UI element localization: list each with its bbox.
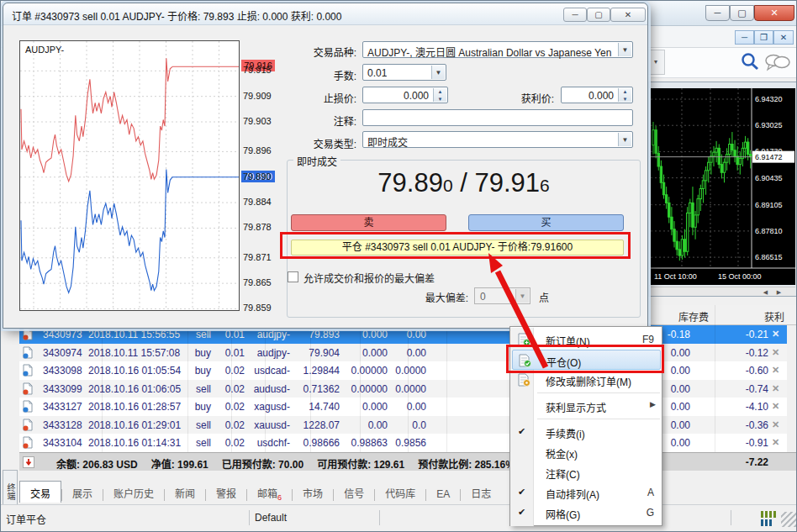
cell-price: 79.904 — [309, 347, 340, 359]
chart-horizontal-scrollbar[interactable]: ◀ ▶ — [651, 287, 795, 296]
status-separator — [379, 510, 380, 525]
order-type-label: 交易类型: — [277, 136, 356, 150]
cell-symbol: usdcad- — [254, 365, 290, 377]
close-order-x-button[interactable]: ✕ — [772, 365, 779, 376]
menu-item-平仓(O)[interactable]: 平仓(O) — [512, 350, 661, 370]
tick-axis-label: 79.915 — [243, 65, 272, 75]
tab-信号[interactable]: 信号 — [334, 482, 374, 503]
cell-lots: 0.01 — [225, 329, 245, 340]
close-order-x-button[interactable]: ✕ — [772, 437, 779, 448]
chart-restore-button[interactable]: ❐ — [754, 30, 773, 45]
menu-item-新订单(N)[interactable]: 新订单(N)F9 — [512, 329, 661, 350]
chart-close-button[interactable]: ✕ — [773, 30, 794, 45]
context-menu: 新订单(N)F9平仓(O)修改或删除订单(M)获利显示方式▶✔手续费(i)税金(… — [509, 326, 662, 526]
menu-item-自动排列(A)[interactable]: ✔自动排列(A)A — [512, 482, 661, 503]
chevron-down-icon[interactable]: ▼ — [431, 66, 445, 79]
tab-邮箱[interactable]: 邮箱6 — [247, 482, 292, 503]
sell-order-icon — [23, 382, 33, 395]
tab-代码库[interactable]: 代码库 — [375, 482, 425, 503]
cell-profit: -0.74 — [746, 383, 768, 395]
menu-item-手续费(i)[interactable]: ✔手续费(i) — [512, 422, 661, 442]
balance-segment: 可用预付款: 129.61 — [317, 459, 404, 471]
order-row[interactable]: 34309742018.10.11 15:57:08buy0.01audjpy-… — [19, 344, 787, 362]
tab-账户历史[interactable]: 账户历史 — [103, 482, 164, 503]
close-order-x-button[interactable]: ✕ — [772, 419, 779, 430]
submenu-arrow-icon: ▶ — [650, 400, 656, 408]
max-deviation-select[interactable]: 0 ▼ — [474, 287, 530, 304]
order-type-select[interactable]: 即时成交 ▼ — [362, 131, 633, 148]
main-minimize-button[interactable]: ─ — [705, 5, 730, 21]
order-row[interactable]: 34331042018.10.16 01:14:31sell0.02usdchf… — [19, 434, 787, 452]
search-icon[interactable] — [739, 51, 761, 73]
cell-type: sell — [196, 329, 211, 340]
buy-order-icon — [23, 364, 33, 377]
order-row[interactable]: 34331282018.10.16 01:29:01sell0.02xauusd… — [19, 416, 787, 435]
close-position-button[interactable]: 平仓 #3430973 sell 0.01 AUDJPY- 于价格:79.916… — [291, 240, 624, 255]
comment-input[interactable] — [362, 109, 633, 126]
dialog-maximize-button[interactable]: ▢ — [587, 8, 610, 22]
symbol-select[interactable]: AUDJPY-, 澳元日圆 Australian Dollar vs Japan… — [362, 41, 633, 58]
main-close-button[interactable]: ✕ — [754, 5, 794, 21]
chevron-down-icon: ▼ — [515, 289, 529, 303]
spinner-arrows-icon[interactable]: ▲▼ — [618, 88, 631, 102]
cell-type: buy — [195, 347, 211, 359]
scroll-right-icon[interactable]: ▶ — [773, 288, 784, 296]
dialog-titlebar[interactable]: 订单 #3430973 sell 0.01 AUDJPY- 于价格: 79.89… — [3, 3, 647, 25]
buy-order-icon — [23, 346, 33, 359]
cell-profit: -0.91 — [746, 437, 768, 449]
column-header-profit[interactable]: 获利 — [764, 309, 784, 324]
spinner-arrows-icon[interactable]: ▲▼ — [433, 88, 446, 102]
buy-button[interactable]: 买 — [468, 214, 624, 231]
chart-minimize-button[interactable]: ─ — [735, 30, 754, 45]
tick-chart: AUDJPY- — [19, 40, 240, 311]
cell-order: 3433098 — [43, 365, 82, 377]
checkmark-icon: ✔ — [518, 487, 525, 498]
menu-item-获利显示方式[interactable]: 获利显示方式▶ — [512, 396, 661, 416]
menu-item-修改或删除订单(M)[interactable]: 修改或删除订单(M) — [512, 370, 661, 390]
order-row[interactable]: 34330982018.10.16 01:05:54buy0.02usdcad-… — [19, 361, 787, 380]
tab-警报[interactable]: 警报 — [206, 482, 246, 503]
order-row[interactable]: 34331272018.10.16 01:28:57buy0.02xagusd-… — [19, 398, 787, 416]
cell-price: 0.98666 — [303, 437, 340, 449]
deviation-checkbox[interactable] — [288, 271, 298, 282]
sell-button[interactable]: 卖 — [291, 214, 446, 231]
cell-lots: 0.02 — [225, 383, 245, 395]
close-order-x-button[interactable]: ✕ — [772, 401, 779, 412]
candle-chart[interactable]: 6.943206.930256.917306.904356.891056.878… — [651, 88, 795, 285]
menu-item-税金(x)[interactable]: 税金(x) — [512, 442, 661, 462]
tab-市场[interactable]: 市场 — [293, 482, 333, 503]
dialog-minimize-button[interactable]: ─ — [563, 8, 587, 22]
tab-交易[interactable]: 交易 — [19, 481, 61, 503]
column-header-swap[interactable]: 库存费 — [678, 309, 709, 324]
chevron-down-icon[interactable]: ▼ — [618, 43, 631, 56]
stoploss-input[interactable]: 0.000 ▲▼ — [362, 87, 448, 103]
order-row[interactable]: 34330992018.10.16 01:06:05sell0.02audusd… — [19, 380, 787, 398]
cell-sl: 0.98863 — [351, 437, 388, 449]
close-order-x-button[interactable]: ✕ — [772, 383, 779, 394]
takeprofit-input[interactable]: 0.000 ▲▼ — [561, 87, 633, 103]
close-order-x-button[interactable]: ✕ — [772, 329, 779, 340]
toolbar-dropdown-button[interactable]: ▾ — [647, 50, 665, 75]
menu-shortcut: A — [647, 487, 654, 498]
dialog-close-button[interactable]: ✕ — [610, 8, 646, 22]
tab-EA[interactable]: EA — [426, 484, 460, 506]
cell-sl: 0.00 — [368, 419, 388, 431]
tab-日志[interactable]: 日志 — [461, 482, 501, 503]
tab-展示[interactable]: 展示 — [62, 482, 103, 503]
main-maximize-button[interactable]: ▢ — [730, 5, 754, 21]
menu-item-注释(C)[interactable]: 注释(C) — [512, 462, 661, 482]
chevron-down-icon[interactable]: ▼ — [618, 133, 631, 146]
svg-text:6.91472: 6.91472 — [755, 153, 783, 161]
resize-grip[interactable] — [781, 512, 796, 527]
cell-order: 3433127 — [43, 401, 82, 413]
balance-icon — [23, 456, 34, 468]
tab-新闻[interactable]: 新闻 — [165, 482, 205, 503]
cell-sl: 0.00000 — [351, 383, 388, 395]
chat-icon[interactable] — [764, 53, 791, 73]
cell-order: 3433104 — [43, 437, 82, 449]
scroll-left-icon[interactable]: ◀ — [760, 288, 771, 296]
volume-select[interactable]: 0.01 ▼ — [362, 64, 446, 81]
menu-item-网格(G)[interactable]: ✔网格(G)G — [512, 503, 661, 523]
close-order-x-button[interactable]: ✕ — [772, 347, 779, 358]
order-type-value: 即时成交 — [367, 134, 408, 149]
